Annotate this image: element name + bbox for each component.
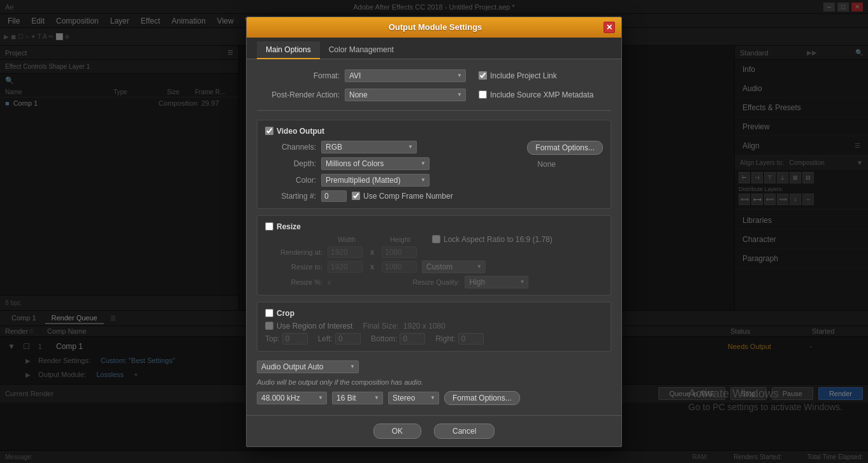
rendering-width-input xyxy=(328,246,363,258)
video-output-left: Channels: RGB Depth: xyxy=(265,141,517,202)
post-render-label: Post-Render Action: xyxy=(257,90,340,99)
modal-footer: OK Cancel xyxy=(247,415,621,446)
include-source-xmp-checkbox[interactable] xyxy=(479,90,487,99)
crop-left: Left: xyxy=(318,333,361,345)
post-render-row: Post-Render Action: None Include Source … xyxy=(257,89,611,101)
video-output-right: Format Options... None xyxy=(527,141,603,202)
crop-section: Crop Use Region of Interest Final Size: … xyxy=(257,302,611,352)
crop-values-row: Top: Left: Bottom: Right: xyxy=(265,333,603,345)
use-comp-frame-label[interactable]: Use Comp Frame Number xyxy=(352,192,453,201)
depth-select-wrapper: Millions of Colors xyxy=(321,157,430,170)
channels-audio-wrapper: Stereo xyxy=(388,392,439,404)
audio-output-row: Audio Output Auto xyxy=(257,360,611,373)
bit-depth-select[interactable]: 16 Bit xyxy=(332,392,383,404)
sample-rate-select[interactable]: 48.000 kHz xyxy=(257,392,327,404)
resize-to-height-input xyxy=(382,261,417,273)
color-select-wrapper: Premultiplied (Matted) xyxy=(321,174,430,187)
channels-select[interactable]: RGB xyxy=(321,141,417,153)
resize-labels-row: Width Height Lock Aspect Ratio to 16:9 (… xyxy=(265,235,603,244)
resize-checkbox-label[interactable]: Resize xyxy=(265,222,301,231)
post-render-select[interactable]: None xyxy=(345,89,466,101)
tab-main-options[interactable]: Main Options xyxy=(257,41,320,59)
rendering-height-input xyxy=(382,246,417,258)
output-module-settings-modal: Output Module Settings ✕ Main Options Co… xyxy=(246,17,622,447)
resize-quality-select: High xyxy=(465,276,528,288)
use-roi-checkbox xyxy=(265,322,273,330)
audio-settings-row: 48.000 kHz 16 Bit Stereo Format Options.… xyxy=(257,391,611,405)
resize-section: Resize Width Height Lock Aspect Ratio to… xyxy=(257,215,611,296)
resize-to-row: Resize to: x Custom xyxy=(265,260,603,273)
resize-to-width-input xyxy=(328,261,363,273)
color-row: Color: Premultiplied (Matted) xyxy=(265,174,517,187)
crop-fields: Use Region of Interest Final Size: 1920 … xyxy=(265,322,603,345)
video-format-options-button[interactable]: Format Options... xyxy=(527,141,603,155)
crop-checkbox-label[interactable]: Crop xyxy=(265,309,294,318)
post-render-select-wrapper: None xyxy=(345,89,466,101)
crop-right-input xyxy=(458,333,484,345)
depth-select[interactable]: Millions of Colors xyxy=(321,157,430,170)
rendering-at-row: Rendering at: x xyxy=(265,246,603,258)
channels-row: Channels: RGB xyxy=(265,141,517,153)
crop-top: Top: xyxy=(265,333,308,345)
format-row: Format: AVI Include Project Link xyxy=(257,69,611,82)
audio-format-options-button[interactable]: Format Options... xyxy=(444,391,520,405)
crop-use-roi-row: Use Region of Interest Final Size: 1920 … xyxy=(265,322,603,331)
crop-bottom-input xyxy=(400,333,425,345)
modal-tabs: Main Options Color Management xyxy=(247,38,621,59)
codec-label: None xyxy=(537,160,556,169)
format-select[interactable]: AVI xyxy=(345,69,466,82)
video-output-header: Video Output xyxy=(265,127,603,136)
channels-select-wrapper: RGB xyxy=(321,141,417,153)
ok-button[interactable]: OK xyxy=(373,424,421,439)
include-source-xmp-label[interactable]: Include Source XMP Metadata xyxy=(479,90,594,99)
resize-custom-select: Custom xyxy=(422,260,486,273)
tab-color-management[interactable]: Color Management xyxy=(320,41,403,59)
sample-rate-wrapper: 48.000 kHz xyxy=(257,392,327,404)
resize-checkbox[interactable] xyxy=(265,222,273,231)
resize-header: Resize xyxy=(265,222,603,231)
audio-output-select-wrapper: Audio Output Auto xyxy=(257,360,359,373)
video-output-fields: Channels: RGB Depth: xyxy=(265,141,603,202)
video-output-checkbox[interactable] xyxy=(265,127,273,135)
include-project-link-checkbox[interactable] xyxy=(479,71,487,80)
crop-header: Crop xyxy=(265,309,603,318)
audio-note: Audio will be output only if the composi… xyxy=(257,378,611,386)
modal-overlay: Output Module Settings ✕ Main Options Co… xyxy=(0,0,868,463)
channels-audio-select[interactable]: Stereo xyxy=(388,392,439,404)
bit-depth-wrapper: 16 Bit xyxy=(332,392,383,404)
resize-quality-select-wrapper: High xyxy=(465,276,528,288)
format-label: Format: xyxy=(257,71,340,80)
color-select[interactable]: Premultiplied (Matted) xyxy=(321,174,430,187)
crop-top-input xyxy=(282,333,308,345)
include-project-link-label[interactable]: Include Project Link xyxy=(479,71,557,80)
use-roi-label: Use Region of Interest xyxy=(265,322,352,331)
resize-custom-select-wrapper: Custom xyxy=(422,260,486,273)
audio-output-select[interactable]: Audio Output Auto xyxy=(257,360,359,373)
crop-checkbox[interactable] xyxy=(265,309,273,317)
modal-titlebar: Output Module Settings ✕ xyxy=(247,17,621,38)
modal-close-button[interactable]: ✕ xyxy=(604,22,615,33)
lock-aspect-label: Lock Aspect Ratio to 16:9 (1.78) xyxy=(432,235,553,244)
audio-section: Audio Output Auto Audio will be output o… xyxy=(257,358,611,405)
use-comp-frame-checkbox[interactable] xyxy=(352,192,360,200)
crop-bottom: Bottom: xyxy=(371,333,425,345)
depth-row: Depth: Millions of Colors xyxy=(265,157,517,170)
modal-title: Output Module Settings xyxy=(267,22,604,32)
divider-1 xyxy=(257,110,611,111)
modal-content: Format: AVI Include Project Link Post-Re… xyxy=(247,59,621,415)
cancel-button[interactable]: Cancel xyxy=(434,424,495,439)
crop-right: Right: xyxy=(435,333,483,345)
starting-number-input[interactable] xyxy=(321,190,347,202)
video-output-section: Video Output Channels: RGB xyxy=(257,120,611,209)
final-size-label: Final Size: 1920 x 1080 xyxy=(363,322,445,331)
video-output-checkbox-label[interactable]: Video Output xyxy=(265,127,324,136)
lock-aspect-checkbox xyxy=(432,235,440,243)
resize-fields: Width Height Lock Aspect Ratio to 16:9 (… xyxy=(265,235,603,288)
resize-pct-row: Resize %: x Resize Quality: High xyxy=(265,276,603,288)
crop-left-input xyxy=(335,333,361,345)
format-select-wrapper: AVI xyxy=(345,69,466,82)
starting-row: Starting #: Use Comp Frame Number xyxy=(265,190,517,202)
